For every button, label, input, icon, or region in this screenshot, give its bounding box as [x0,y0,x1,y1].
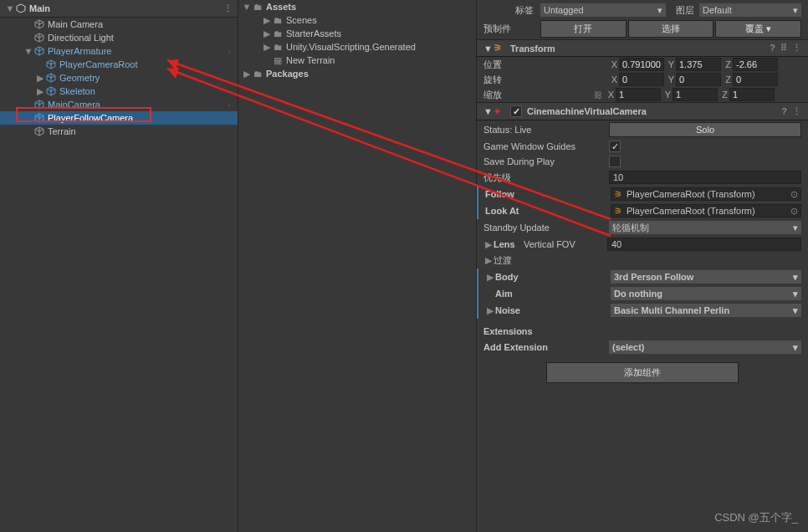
pos-z-input[interactable] [733,58,778,71]
cube-icon [33,112,45,124]
priority-input[interactable] [609,171,801,184]
rot-y-input[interactable] [676,73,721,86]
assets-folder[interactable]: ▼ 🖿 Assets [238,0,476,13]
chevron-right-icon[interactable]: ▶ [242,69,252,79]
layer-dropdown[interactable]: Default▾ [699,3,801,17]
prefab-open-button[interactable]: 打开 [540,20,626,38]
cube-icon [33,45,45,57]
prefab-select-button[interactable]: 选择 [628,20,714,38]
prefab-arrow-icon[interactable]: › [228,46,231,56]
object-picker-icon[interactable]: ⊙ [790,189,798,200]
rot-x-input[interactable] [619,73,664,86]
standby-dropdown[interactable]: 轮循机制▾ [609,221,801,234]
pos-x-input[interactable] [619,58,664,71]
kebab-icon[interactable]: ⋮ [223,3,233,14]
lookat-field[interactable]: ⚞ PlayerCameraRoot (Transform) ⊙ [611,204,801,217]
follow-field[interactable]: ⚞ PlayerCameraRoot (Transform) ⊙ [611,187,801,201]
item-label: Main Camera [48,19,103,29]
scale-x-input[interactable] [616,88,661,101]
project-item[interactable]: ▶ 🖿 Unity.VisualScripting.Generated [238,40,476,54]
project-item[interactable]: ▶ 🖿 StarterAssets [238,27,476,40]
prefab-label: 预制件 [483,23,540,35]
cube-icon [33,125,45,137]
chevron-down-icon: ▾ [657,5,662,16]
hierarchy-item[interactable]: PlayerCameraRoot [0,58,238,71]
item-label: PlayerArmature [48,46,111,56]
packages-folder[interactable]: ▶ 🖿 Packages [238,67,476,80]
pos-y-input[interactable] [676,58,721,71]
link-icon[interactable]: ⛓ [594,90,602,100]
cinemachine-icon: ✦ [493,106,507,117]
kebab-icon[interactable]: ⋮ [792,43,801,54]
chevron-right-icon[interactable]: ▶ [483,255,493,266]
save-play-checkbox[interactable] [609,156,621,167]
hierarchy-item[interactable]: Directional Light [0,31,238,44]
rot-z-input[interactable] [733,73,778,86]
item-label: Unity.VisualScripting.Generated [286,42,416,52]
folder-icon: 🖿 [252,1,263,13]
chevron-right-icon[interactable]: ▶ [485,272,495,283]
preset-icon[interactable]: ⠿ [780,43,787,54]
folder-icon: 🖿 [272,14,284,26]
aim-dropdown[interactable]: Do nothing▾ [611,287,801,300]
expand-icon[interactable]: ▶ [35,86,45,97]
expand-icon[interactable]: ▶ [262,42,272,53]
chevron-right-icon[interactable]: ▶ [485,305,495,316]
expand-icon[interactable]: ▼ [23,46,33,56]
cube-icon [33,18,45,30]
prefab-arrow-icon[interactable]: › [228,113,231,123]
hierarchy-item[interactable]: MainCamera › [0,98,238,111]
chevron-down-icon[interactable]: ▼ [242,2,252,12]
transform-header[interactable]: ▼ ⚞ Transform ?⠿⋮ [477,39,808,57]
item-label: Skeleton [59,86,95,96]
body-dropdown[interactable]: 3rd Person Follow▾ [611,270,801,284]
hierarchy-item[interactable]: ▼ PlayerArmature › [0,44,238,58]
chevron-down-icon: ▾ [793,5,798,16]
project-item[interactable]: ▶ 🖿 Scenes [238,13,476,27]
object-picker-icon[interactable]: ⊙ [790,206,798,217]
chevron-down-icon[interactable]: ▼ [483,106,493,116]
help-icon[interactable]: ? [770,43,775,54]
project-item[interactable]: ▦ New Terrain [238,54,476,67]
hierarchy-item[interactable]: ▶ Geometry [0,71,238,84]
hierarchy-item[interactable]: Terrain [0,125,238,138]
item-label: StarterAssets [286,28,341,38]
item-label: PlayerCameraRoot [59,59,138,69]
noise-dropdown[interactable]: Basic Multi Channel Perlin▾ [611,304,801,317]
chevron-down-icon[interactable]: ▼ [5,3,15,13]
tag-dropdown[interactable]: Untagged▾ [540,3,666,17]
hierarchy-item[interactable]: ▶ Skeleton [0,84,238,98]
hierarchy-item[interactable]: Main Camera [0,18,238,31]
cube-icon [33,32,45,43]
chevron-right-icon[interactable]: ▶ [483,239,493,250]
hierarchy-scene-header[interactable]: ▼ Main ⋮ [0,0,238,18]
help-icon[interactable]: ? [781,106,787,117]
solo-button[interactable]: Solo [609,122,801,137]
watermark: CSDN @五个字_ [714,510,798,525]
item-label: New Terrain [286,55,335,65]
prefab-arrow-icon[interactable]: › [228,100,231,110]
scale-y-input[interactable] [672,88,718,101]
add-component-button[interactable]: 添加组件 [546,362,739,383]
hierarchy-item[interactable]: PlayerFollowCamera › [0,111,238,125]
extension-dropdown[interactable]: (select)▾ [609,340,801,354]
fov-input[interactable] [607,238,801,251]
item-label: Directional Light [48,33,114,43]
component-enabled-checkbox[interactable]: ✓ [510,105,522,117]
expand-icon[interactable]: ▶ [262,15,272,26]
cinemachine-header[interactable]: ▼ ✦ ✓ CinemachineVirtualCamera ?⋮ [477,102,808,120]
item-label: PlayerFollowCamera [48,113,133,123]
expand-icon[interactable]: ▶ [262,28,272,39]
cube-icon [45,59,57,70]
unity-icon [15,3,27,14]
chevron-down-icon[interactable]: ▼ [483,43,493,54]
hierarchy-panel: ▼ Main ⋮ Main Camera Directional Light ▼… [0,0,238,532]
expand-icon[interactable]: ▶ [35,73,45,84]
item-label: MainCamera [48,100,100,110]
prefab-override-button[interactable]: 覆盖 ▾ [715,20,801,38]
kebab-icon[interactable]: ⋮ [792,106,801,117]
scale-z-input[interactable] [729,88,775,101]
guides-checkbox[interactable]: ✓ [609,141,621,152]
transform-icon: ⚞ [493,43,507,54]
project-panel: ▼ 🖿 Assets ▶ 🖿 Scenes▶ 🖿 StarterAssets▶ … [238,0,477,532]
